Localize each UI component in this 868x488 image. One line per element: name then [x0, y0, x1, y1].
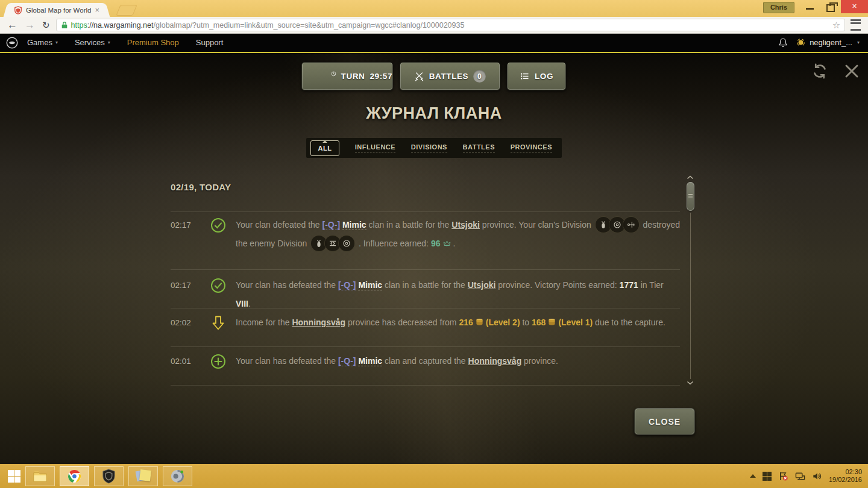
start-button-icon[interactable]: [8, 470, 20, 483]
window-restore-button[interactable]: [826, 4, 835, 12]
battles-count-badge: 0: [473, 70, 486, 83]
log-text: (Level 2): [486, 318, 520, 327]
scrollbar-track[interactable]: [690, 213, 691, 379]
date-header: 02/19, TODAY: [171, 182, 231, 192]
notifications-bell-icon[interactable]: [778, 37, 788, 48]
log-text: province. Victory Points earned:: [495, 280, 619, 290]
log-text: clan and captured the: [382, 356, 468, 366]
close-button[interactable]: CLOSE: [634, 408, 695, 435]
entry-time: 02:17: [171, 216, 201, 234]
window-minimize-button[interactable]: [806, 8, 814, 10]
province-link[interactable]: Honningsvåg: [468, 356, 522, 366]
gold-coins-icon: [475, 318, 484, 326]
forward-button[interactable]: →: [25, 20, 35, 30]
tab-influence[interactable]: INFLUENCE: [355, 143, 395, 152]
nav-item-support[interactable]: Support: [196, 38, 224, 47]
clock-date: 19/02/2016: [829, 476, 862, 484]
plus-circle-icon: [201, 352, 236, 369]
entry-separator: [171, 346, 680, 347]
log-scrollbar[interactable]: [685, 175, 696, 385]
windows-taskbar: 02:30 19/02/2016: [0, 464, 868, 488]
entry-time: 02:02: [171, 313, 201, 332]
bookmark-star-icon[interactable]: ☆: [832, 20, 840, 31]
tab-battles[interactable]: BATTLES: [463, 143, 495, 152]
entry-text: Your clan defeated the [-Q-] Mimic clan …: [236, 216, 680, 253]
bomb-icon: [596, 217, 611, 233]
entry-time: 02:01: [171, 352, 201, 371]
close-overlay-x-icon[interactable]: [843, 63, 860, 80]
show-hidden-icons-chevron[interactable]: [750, 474, 756, 478]
refresh-icon[interactable]: [811, 63, 828, 80]
clan-tag[interactable]: [-Q-]: [338, 280, 356, 290]
wargaming-navbar: Games▾ Services▾ Premium Shop Support ne…: [0, 33, 868, 53]
system-tray: 02:30 19/02/2016: [750, 468, 862, 484]
entry-time: 02:17: [171, 276, 201, 295]
action-center-flag-icon[interactable]: [778, 471, 788, 481]
province-link[interactable]: Utsjoki: [468, 280, 496, 290]
new-tab-button[interactable]: [116, 5, 137, 16]
taskbar-file-explorer-icon[interactable]: [25, 466, 55, 486]
clan-name-link[interactable]: Mimic: [342, 220, 366, 230]
user-name: negligent_...: [810, 38, 852, 47]
log-text: .: [453, 239, 456, 248]
log-text: in Tier: [638, 280, 664, 290]
log-text: province has decreased from: [345, 318, 459, 327]
clan-name-link[interactable]: Mimic: [358, 280, 382, 290]
network-icon[interactable]: [795, 471, 805, 481]
reload-button[interactable]: ↻: [42, 20, 50, 31]
clock-time: 02:30: [829, 468, 862, 476]
tray-windows-icon[interactable]: [763, 472, 772, 481]
log-text: Your clan has defeated the: [236, 356, 338, 366]
plane-icon: [623, 217, 639, 233]
nav-item-games[interactable]: Games▾: [27, 38, 58, 47]
clan-tag[interactable]: [-Q-]: [338, 356, 356, 366]
taskbar-sticky-notes-icon[interactable]: [128, 466, 158, 486]
taskbar-teamspeak-icon[interactable]: [163, 466, 192, 486]
log-text: to: [520, 318, 532, 327]
taskbar-clock[interactable]: 02:30 19/02/2016: [829, 468, 862, 484]
province-link[interactable]: Honningsvåg: [292, 318, 345, 327]
tab-provinces[interactable]: PROVINCES: [511, 143, 552, 152]
clanlog-filter-tabs: ALL INFLUENCE DIVISIONS BATTLES PROVINCE…: [306, 138, 562, 158]
scroll-down-icon: [687, 381, 694, 385]
window-close-button[interactable]: ×: [841, 0, 868, 13]
back-button[interactable]: ←: [7, 20, 17, 30]
entry-separator: [171, 211, 680, 212]
nav-item-services[interactable]: Services▾: [75, 38, 110, 47]
taskbar-world-of-tanks-icon[interactable]: [94, 466, 124, 486]
log-label: LOG: [535, 72, 553, 81]
battles-button[interactable]: BATTLES 0: [400, 62, 500, 90]
entry-text: Income for the Honningsvåg province has …: [236, 313, 680, 332]
tab-divisions[interactable]: DIVISIONS: [411, 143, 447, 152]
url-host: ://na.wargaming.net: [87, 21, 154, 30]
entry-text: Your clan has defeated the [-Q-] Mimic c…: [236, 276, 680, 313]
volume-icon[interactable]: [812, 471, 822, 481]
address-bar[interactable]: https ://na.wargaming.net /globalmap/?ut…: [56, 19, 846, 31]
log-text: Income for the: [236, 318, 292, 327]
clan-tag[interactable]: [-Q-]: [322, 220, 341, 230]
province-link[interactable]: Utsjoki: [451, 220, 480, 230]
wargaming-logo-icon[interactable]: [5, 36, 19, 49]
globalmap-clanlog-page: TURN 29:57 BATTLES 0 LOG ЖУРНАЛ КЛАНА AL…: [0, 53, 868, 464]
chrome-menu-icon[interactable]: [851, 19, 861, 31]
nav-item-premium-shop[interactable]: Premium Shop: [127, 38, 179, 47]
log-button[interactable]: LOG: [507, 62, 566, 90]
entry-separator: [171, 385, 680, 386]
tab-close-icon[interactable]: ×: [95, 6, 99, 14]
user-menu[interactable]: negligent_... ▾: [796, 37, 860, 48]
turn-button[interactable]: TURN 29:57: [301, 62, 393, 90]
browser-tab[interactable]: Global Map for World of T ×: [10, 3, 104, 17]
log-text: VIII: [236, 299, 248, 308]
wargaming-favicon-icon: [14, 6, 22, 14]
division-icons[interactable]: [596, 217, 639, 233]
scrollbar-thumb[interactable]: [687, 182, 694, 211]
clan-name-link[interactable]: Mimic: [358, 356, 382, 366]
scroll-up-icon: [687, 175, 694, 180]
division-icons[interactable]: [311, 236, 354, 251]
clock-icon: [331, 71, 336, 81]
taskbar-chrome-icon[interactable]: [60, 466, 89, 486]
check-circle-icon: [201, 276, 236, 293]
log-entry: 02:02Income for the Honningsvåg province…: [171, 313, 680, 332]
tab-all[interactable]: ALL: [310, 140, 339, 156]
chrome-profile-button[interactable]: Chris: [763, 2, 794, 13]
